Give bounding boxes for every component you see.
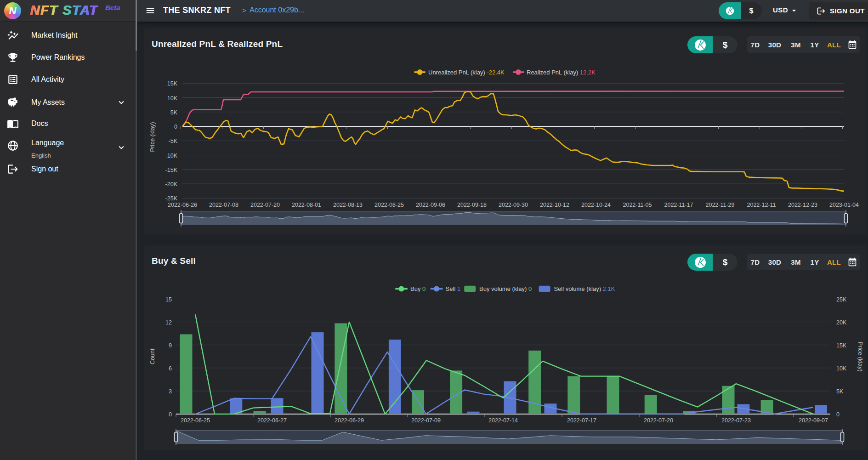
svg-text:12: 12 bbox=[165, 319, 172, 326]
svg-text:2022-09-06: 2022-09-06 bbox=[416, 202, 445, 208]
svg-text:15K: 15K bbox=[167, 80, 178, 87]
svg-text:2022-07-17: 2022-07-17 bbox=[567, 417, 596, 424]
svg-text:2022-12-11: 2022-12-11 bbox=[747, 202, 776, 208]
svg-text:2022-08-25: 2022-08-25 bbox=[374, 202, 404, 208]
svg-text:2022-08-01: 2022-08-01 bbox=[292, 202, 321, 208]
svg-text:2023-01-04: 2023-01-04 bbox=[829, 202, 859, 208]
svg-text:2022-10-24: 2022-10-24 bbox=[581, 202, 611, 208]
svg-text:5K: 5K bbox=[170, 109, 178, 116]
svg-text:2022-07-08: 2022-07-08 bbox=[209, 202, 238, 208]
svg-text:Unrealized PnL (klay) -22.4K: Unrealized PnL (klay) -22.4K bbox=[428, 69, 505, 76]
svg-text:Buy volume (klay) 0: Buy volume (klay) 0 bbox=[479, 285, 532, 292]
svg-text:2022-06-26: 2022-06-26 bbox=[168, 202, 197, 208]
svg-text:2022-11-29: 2022-11-29 bbox=[705, 202, 734, 208]
svg-text:10K: 10K bbox=[836, 365, 847, 372]
svg-text:Sell volume (klay) 2.1K: Sell volume (klay) 2.1K bbox=[554, 285, 615, 292]
svg-text:-25K: -25K bbox=[165, 195, 178, 202]
svg-text:5K: 5K bbox=[836, 388, 844, 395]
svg-text:2022-09-18: 2022-09-18 bbox=[457, 202, 487, 208]
svg-text:2022-07-23: 2022-07-23 bbox=[721, 417, 751, 424]
svg-text:15: 15 bbox=[165, 296, 172, 303]
svg-text:3: 3 bbox=[169, 388, 172, 395]
svg-text:-10K: -10K bbox=[165, 153, 178, 159]
svg-text:2022-08-13: 2022-08-13 bbox=[333, 202, 363, 208]
svg-text:Realized PnL (klay) 12.2K: Realized PnL (klay) 12.2K bbox=[527, 69, 596, 76]
svg-text:2022-07-20: 2022-07-20 bbox=[250, 202, 280, 208]
svg-text:-20K: -20K bbox=[165, 181, 178, 187]
svg-text:2022-06-29: 2022-06-29 bbox=[335, 417, 364, 424]
svg-text:0: 0 bbox=[169, 411, 172, 418]
svg-text:2022-07-14: 2022-07-14 bbox=[488, 417, 518, 424]
svg-text:-5K: -5K bbox=[169, 138, 178, 144]
svg-text:20K: 20K bbox=[836, 319, 847, 326]
svg-text:Sell 1: Sell 1 bbox=[446, 285, 461, 292]
svg-text:6: 6 bbox=[169, 365, 172, 372]
svg-text:2022-07-20: 2022-07-20 bbox=[644, 417, 673, 424]
svg-text:2022-12-23: 2022-12-23 bbox=[788, 202, 817, 208]
svg-text:2022-10-12: 2022-10-12 bbox=[540, 202, 569, 208]
svg-text:2022-09-07: 2022-09-07 bbox=[799, 417, 828, 424]
svg-text:2022-09-30: 2022-09-30 bbox=[499, 202, 528, 208]
svg-text:Price (klay): Price (klay) bbox=[857, 341, 864, 371]
svg-text:Buy 0: Buy 0 bbox=[410, 285, 425, 292]
svg-text:2022-06-25: 2022-06-25 bbox=[181, 417, 210, 424]
svg-text:-15K: -15K bbox=[165, 167, 178, 173]
svg-text:0: 0 bbox=[836, 411, 840, 418]
svg-text:10K: 10K bbox=[167, 95, 178, 102]
svg-text:9: 9 bbox=[169, 342, 172, 349]
svg-text:15K: 15K bbox=[836, 342, 847, 349]
svg-text:25K: 25K bbox=[836, 296, 847, 303]
svg-text:2022-11-17: 2022-11-17 bbox=[664, 202, 693, 208]
svg-text:Count: Count bbox=[149, 348, 156, 364]
svg-text:2022-11-05: 2022-11-05 bbox=[623, 202, 652, 208]
svg-text:0: 0 bbox=[174, 124, 177, 130]
svg-text:2022-06-27: 2022-06-27 bbox=[257, 417, 287, 424]
svg-text:Price (klay): Price (klay) bbox=[149, 122, 156, 152]
svg-text:2022-07-09: 2022-07-09 bbox=[411, 417, 441, 424]
